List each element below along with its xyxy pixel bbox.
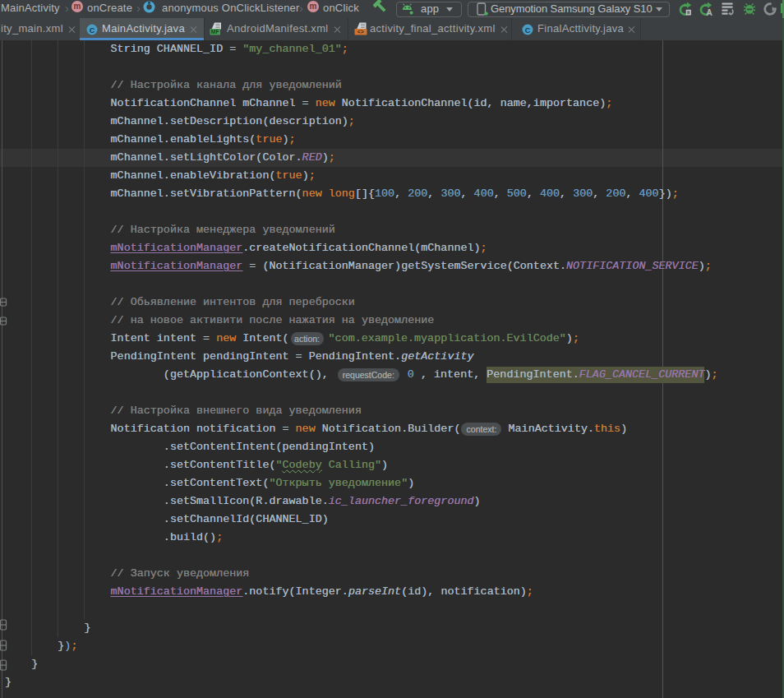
svg-text:<>: <> [357, 29, 364, 35]
svg-text:MF: MF [211, 29, 219, 35]
svg-text:C: C [525, 26, 531, 35]
svg-text:C: C [90, 26, 95, 35]
svg-text:A: A [706, 7, 713, 16]
